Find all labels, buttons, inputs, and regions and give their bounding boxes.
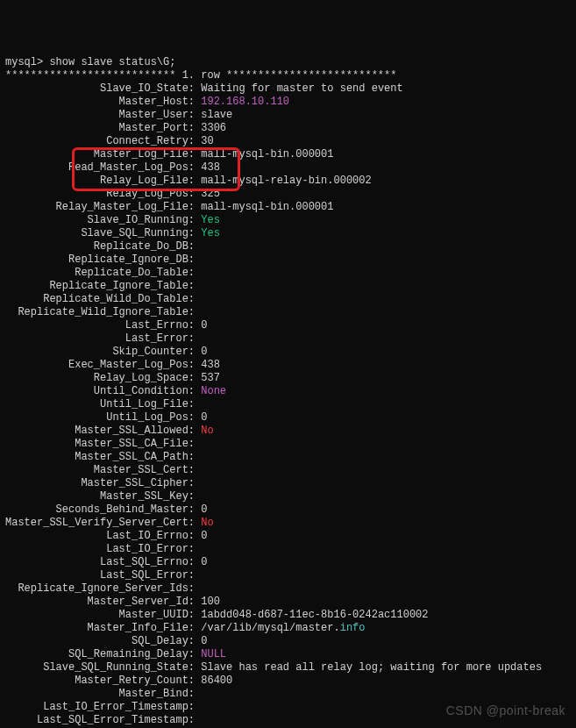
field-label: Master_User [5, 109, 188, 122]
field-Last_SQL_Error: Last_SQL_Error: [5, 569, 571, 582]
field-label: Master_SSL_Verify_Server_Cert [5, 517, 188, 530]
field-value: 537 [201, 372, 220, 384]
field-Skip_Counter: Skip_Counter: 0 [5, 346, 571, 359]
field-label: SQL_Remaining_Delay [5, 648, 188, 661]
field-Replicate_Do_DB: Replicate_Do_DB: [5, 240, 571, 253]
row-header: *************************** 1. row *****… [5, 69, 396, 82]
field-label: Master_Log_File [5, 148, 188, 161]
field-value: 438 [201, 161, 220, 174]
field-label: Seconds_Behind_Master [5, 503, 188, 517]
field-label: Relay_Log_Pos [5, 188, 188, 201]
field-value: No [201, 425, 213, 437]
field-label: Until_Condition [5, 385, 188, 398]
field-label: Master_Port [5, 122, 188, 135]
field-label: Master_Server_Id [5, 596, 188, 609]
field-Read_Master_Log_Pos: Read_Master_Log_Pos: 438 [5, 161, 571, 175]
field-label: Slave_SQL_Running [5, 227, 188, 240]
field-value: 438 [201, 359, 220, 371]
field-Slave_IO_State: Slave_IO_State: Waiting for master to se… [5, 82, 571, 96]
field-Relay_Log_File: Relay_Log_File: mall-mysql-relay-bin.000… [5, 175, 571, 188]
field-label: Until_Log_File [5, 398, 188, 411]
field-Slave_IO_Running: Slave_IO_Running: Yes [5, 214, 571, 227]
field-Master_SSL_CA_File: Master_SSL_CA_File: [5, 438, 571, 451]
field-label: Exec_Master_Log_Pos [5, 359, 188, 372]
terminal-output: mysql> show slave status\G;*************… [5, 56, 571, 728]
field-label: Master_SSL_Cert [5, 464, 188, 477]
field-Master_Bind: Master_Bind: [5, 688, 571, 701]
field-SQL_Remaining_Delay: SQL_Remaining_Delay: NULL [5, 648, 571, 661]
field-Last_Errno: Last_Errno: 0 [5, 319, 571, 332]
field-label: Last_IO_Error_Timestamp [5, 701, 188, 714]
field-label: Slave_SQL_Running_State [5, 661, 188, 674]
field-label: SQL_Delay [5, 635, 188, 648]
field-Master_SSL_Cipher: Master_SSL_Cipher: [5, 477, 571, 490]
field-Master_SSL_Allowed: Master_SSL_Allowed: No [5, 425, 571, 438]
field-value: Waiting for master to send event [201, 82, 402, 95]
field-value: 3306 [201, 122, 226, 134]
field-Master_User: Master_User: slave [5, 109, 571, 122]
row-header-line: *************************** 1. row *****… [5, 69, 571, 82]
field-value: mall-mysql-bin.000001 [201, 148, 333, 161]
field-label: Last_IO_Errno [5, 530, 188, 543]
field-value: 0 [201, 411, 207, 424]
field-Until_Condition: Until_Condition: None [5, 385, 571, 398]
field-value: No [201, 517, 213, 529]
field-Master_SSL_CA_Path: Master_SSL_CA_Path: [5, 451, 571, 464]
field-Master_Port: Master_Port: 3306 [5, 122, 571, 135]
field-label: Replicate_Ignore_DB [5, 253, 188, 267]
watermark-text: CSDN @point-break [446, 704, 565, 717]
field-label: Master_SSL_CA_Path [5, 451, 188, 464]
field-Connect_Retry: Connect_Retry: 30 [5, 135, 571, 148]
field-label: Last_SQL_Error_Timestamp [5, 714, 188, 727]
field-Relay_Log_Pos: Relay_Log_Pos: 325 [5, 188, 571, 201]
field-label: Skip_Counter [5, 346, 188, 359]
field-Seconds_Behind_Master: Seconds_Behind_Master: 0 [5, 503, 571, 517]
field-value-suffix: info [340, 622, 366, 634]
field-Relay_Log_Space: Relay_Log_Space: 537 [5, 372, 571, 385]
field-value: mall-mysql-bin.000001 [201, 201, 333, 213]
field-label: Replicate_Wild_Do_Table [5, 293, 188, 306]
field-label: Master_SSL_Key [5, 490, 188, 503]
field-value: /var/lib/mysql/master. [201, 622, 339, 634]
field-label: Replicate_Do_DB [5, 240, 188, 253]
field-Master_Log_File: Master_Log_File: mall-mysql-bin.000001 [5, 148, 571, 161]
field-label: Last_Errno [5, 319, 188, 332]
field-value: None [201, 385, 226, 397]
field-label: Replicate_Ignore_Server_Ids [5, 582, 188, 596]
field-label: Replicate_Ignore_Table [5, 280, 188, 293]
field-value: 0 [201, 503, 207, 516]
prompt-line: mysql> show slave status\G; [5, 56, 571, 69]
field-Last_SQL_Errno: Last_SQL_Errno: 0 [5, 556, 571, 569]
field-value: 30 [201, 135, 213, 147]
field-Master_Retry_Count: Master_Retry_Count: 86400 [5, 674, 571, 688]
field-value: slave [201, 109, 232, 121]
field-Master_Host: Master_Host: 192.168.10.110 [5, 96, 571, 109]
field-label: Master_Retry_Count [5, 674, 188, 688]
field-label: Last_SQL_Errno [5, 556, 188, 569]
field-label: Relay_Master_Log_File [5, 201, 188, 214]
field-label: Relay_Log_File [5, 175, 188, 188]
field-label: Until_Log_Pos [5, 411, 188, 425]
field-value: 86400 [201, 674, 232, 687]
field-label: Master_Host [5, 96, 188, 109]
field-SQL_Delay: SQL_Delay: 0 [5, 635, 571, 648]
field-Replicate_Do_Table: Replicate_Do_Table: [5, 267, 571, 280]
field-Until_Log_File: Until_Log_File: [5, 398, 571, 411]
field-value: 325 [201, 188, 220, 200]
field-Slave_SQL_Running: Slave_SQL_Running: Yes [5, 227, 571, 240]
field-label: Replicate_Wild_Ignore_Table [5, 306, 188, 319]
field-Until_Log_Pos: Until_Log_Pos: 0 [5, 411, 571, 425]
field-Master_UUID: Master_UUID: 1abdd048-d687-11ec-8b16-024… [5, 609, 571, 622]
field-Master_Info_File: Master_Info_File: /var/lib/mysql/master.… [5, 622, 571, 635]
field-value: 0 [201, 530, 207, 542]
field-Master_SSL_Key: Master_SSL_Key: [5, 490, 571, 503]
field-label: Connect_Retry [5, 135, 188, 148]
field-Last_IO_Error: Last_IO_Error: [5, 543, 571, 556]
field-label: Master_SSL_Allowed [5, 425, 188, 438]
field-label: Master_SSL_Cipher [5, 477, 188, 490]
field-Last_Error: Last_Error: [5, 332, 571, 346]
field-value: Slave has read all relay log; waiting fo… [201, 661, 542, 674]
field-value: 100 [201, 596, 220, 608]
field-label: Last_Error [5, 332, 188, 346]
field-Master_SSL_Cert: Master_SSL_Cert: [5, 464, 571, 477]
